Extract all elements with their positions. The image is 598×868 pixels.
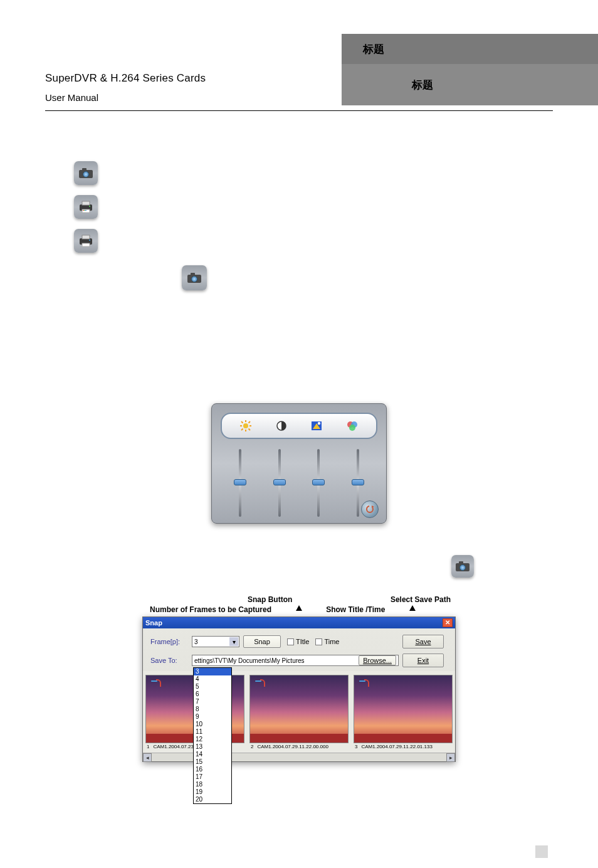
- slider-group: [221, 449, 377, 517]
- frame-option[interactable]: 5: [194, 683, 231, 691]
- printer-mono-icon[interactable]: [74, 229, 98, 253]
- frame-option[interactable]: 12: [194, 736, 231, 743]
- frame-option[interactable]: 15: [194, 758, 231, 766]
- title-checkbox-label: TItle: [296, 638, 309, 645]
- thumbnail-scrollbar[interactable]: ◂ ▸: [143, 753, 455, 761]
- svg-line-26: [249, 421, 251, 423]
- thumb-caption: CAM1.2004.07.29.11.22.00.000: [257, 744, 328, 749]
- arrow-up-icon: [296, 605, 302, 611]
- browse-button-label: Browse...: [363, 657, 392, 664]
- snap-dialog: Snap ✕ Frame[p]: 3 ▾ Snap TItle Time: [142, 617, 456, 762]
- snap-form: Frame[p]: 3 ▾ Snap TItle Time Save Save …: [143, 628, 455, 671]
- exit-button[interactable]: Exit: [402, 654, 444, 667]
- frame-option[interactable]: 3: [194, 668, 231, 675]
- anno-frames: Number of Frames to be Captured: [150, 605, 271, 614]
- time-checkbox[interactable]: Time: [315, 638, 339, 645]
- title-checkbox[interactable]: TItle: [287, 638, 309, 645]
- title-tag-top: 标题: [342, 34, 598, 64]
- frame-combo[interactable]: 3 ▾: [192, 636, 239, 647]
- hue-icon[interactable]: [308, 418, 325, 434]
- svg-rect-7: [83, 210, 84, 211]
- saturation-icon[interactable]: [344, 418, 360, 434]
- camera-icon[interactable]: [74, 161, 98, 185]
- frame-option[interactable]: 18: [194, 781, 231, 788]
- frame-option[interactable]: 17: [194, 773, 231, 781]
- save-button[interactable]: Save: [402, 635, 444, 648]
- default-reset-icon: [365, 504, 375, 514]
- thumb-idx: 1: [147, 744, 149, 749]
- chevron-down-icon: ▾: [229, 637, 238, 646]
- svg-rect-8: [84, 210, 85, 211]
- svg-point-19: [243, 423, 248, 428]
- thumb-idx: 2: [251, 744, 253, 749]
- frame-option[interactable]: 10: [194, 721, 231, 728]
- printer-color-icon[interactable]: [74, 195, 98, 219]
- printer-color-glyph: [79, 201, 93, 213]
- contrast-slider[interactable]: [275, 449, 285, 517]
- adjust-buttons-row: [221, 413, 377, 439]
- anno-save-path: Select Save Path: [391, 595, 451, 604]
- svg-point-31: [318, 422, 320, 425]
- thumb-overlay: [250, 734, 348, 743]
- close-button[interactable]: ✕: [443, 618, 453, 627]
- hue-slider[interactable]: [313, 449, 323, 517]
- contrast-icon[interactable]: [273, 418, 290, 434]
- frame-option[interactable]: 9: [194, 713, 231, 721]
- satellite-icon: [358, 679, 369, 687]
- frame-option[interactable]: 16: [194, 766, 231, 773]
- anno-snap-button: Snap Button: [248, 595, 292, 604]
- snap-button-label: Snap: [254, 638, 270, 645]
- page-number-box: [535, 845, 548, 858]
- frame-option[interactable]: 20: [194, 796, 231, 803]
- frame-option[interactable]: 19: [194, 788, 231, 796]
- thumb-idx: 3: [355, 744, 357, 749]
- svg-rect-6: [82, 209, 90, 213]
- snap-thumb[interactable]: 3CAM1.2004.07.29.11.22.01.133: [354, 675, 453, 750]
- satellite-icon: [150, 679, 161, 687]
- frame-option[interactable]: 6: [194, 691, 231, 698]
- exit-button-label: Exit: [417, 657, 429, 664]
- title-tag-sub: 标题: [342, 64, 598, 105]
- thumb-caption: CAM1.2004.07.29.11.22.01.133: [361, 744, 432, 749]
- svg-point-10: [89, 206, 90, 207]
- svg-rect-9: [85, 210, 87, 211]
- product-title: SuperDVR & H.264 Series Cards: [45, 72, 342, 85]
- arrow-up-icon: [409, 605, 416, 611]
- svg-line-25: [249, 429, 251, 431]
- camera-icon-inline[interactable]: [182, 265, 207, 290]
- snap-title: Snap: [145, 619, 162, 627]
- frame-dropdown-list[interactable]: 3 4 5 6 7 8 9 10 11 12 13 14 15 16: [193, 667, 232, 804]
- brightness-icon[interactable]: [238, 418, 254, 434]
- doc-type-label: User Manual: [45, 92, 342, 103]
- snap-button[interactable]: Snap: [243, 635, 281, 648]
- frame-option[interactable]: 7: [194, 698, 231, 706]
- frame-label: Frame[p]:: [150, 638, 188, 645]
- snap-thumb[interactable]: 2CAM1.2004.07.29.11.22.00.000: [249, 675, 349, 750]
- frame-value: 3: [194, 638, 198, 645]
- satellite-icon: [254, 679, 265, 687]
- camera-icon-right[interactable]: [451, 555, 474, 578]
- brightness-slider[interactable]: [235, 449, 245, 517]
- svg-rect-38: [459, 561, 463, 564]
- svg-line-24: [241, 421, 243, 423]
- printer-mono-glyph: [79, 235, 93, 247]
- snap-thumbnails: 1CAM1.2004.07.23.11.22.00.000 2CAM1.2004…: [143, 671, 455, 753]
- scroll-left-button[interactable]: ◂: [143, 753, 152, 762]
- frame-option[interactable]: 13: [194, 743, 231, 751]
- svg-point-18: [193, 278, 196, 280]
- camera-glyph: [187, 272, 202, 283]
- image-adjust-panel: [211, 403, 387, 524]
- camera-glyph: [78, 167, 93, 179]
- frame-option[interactable]: 11: [194, 728, 231, 736]
- svg-rect-1: [82, 168, 87, 171]
- frame-option[interactable]: 14: [194, 751, 231, 758]
- svg-point-34: [349, 425, 355, 431]
- save-button-label: Save: [415, 638, 431, 645]
- scroll-right-button[interactable]: ▸: [446, 753, 455, 762]
- frame-option[interactable]: 4: [194, 675, 231, 683]
- browse-button[interactable]: Browse...: [359, 655, 396, 665]
- savepath-field[interactable]: ettings\TVT\My Documents\My Pictures Bro…: [192, 655, 399, 666]
- frame-option[interactable]: 8: [194, 706, 231, 713]
- svg-point-3: [85, 173, 87, 176]
- default-reset-button[interactable]: [361, 500, 379, 518]
